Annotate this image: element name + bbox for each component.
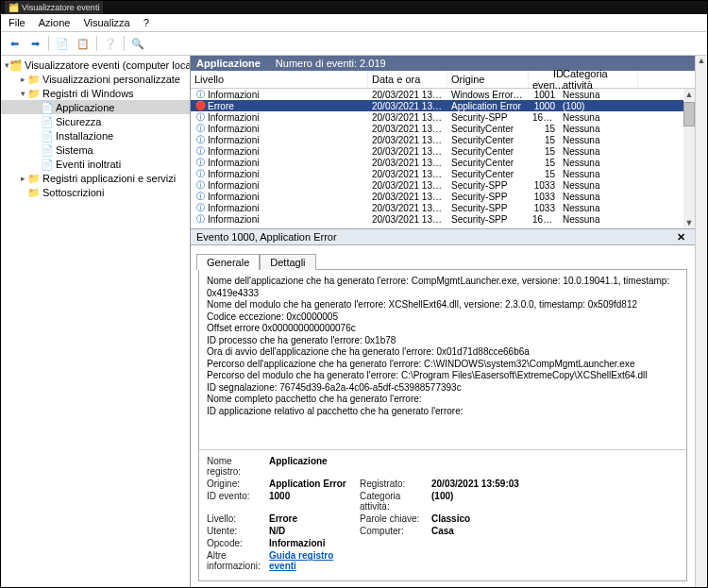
folder-icon: 📁 <box>27 187 41 198</box>
info-icon: ⓘ <box>194 168 206 179</box>
col-livello[interactable]: Livello <box>191 71 368 88</box>
col-id[interactable]: ID even... <box>529 71 559 88</box>
event-row[interactable]: ⓘInformazioni20/03/2021 13:56:24Security… <box>191 123 695 134</box>
scroll-thumb[interactable] <box>683 102 695 126</box>
filter-icon: 🔍 <box>131 38 144 50</box>
folder-icon: 📄 <box>56 38 69 50</box>
meta-nome-registro-value: Applicazione <box>269 456 354 477</box>
event-row[interactable]: ⓘInformazioni20/03/2021 13:55:58Security… <box>191 213 695 225</box>
event-list-scrollbar[interactable]: ▲ ▼ <box>683 89 695 228</box>
meta-registrato-label: Registrato: <box>360 479 426 489</box>
event-id: 15 <box>529 158 559 168</box>
detail-tabs: Generale Dettagli <box>191 245 695 269</box>
tree-item-label: Sottoscrizioni <box>42 187 104 198</box>
detail-title: Evento 1000, Application Error <box>196 231 337 243</box>
scroll-down-icon[interactable]: ▼ <box>685 217 694 228</box>
help-button[interactable]: ❔ <box>101 34 120 53</box>
event-level: Informazioni <box>208 112 259 123</box>
tree-item[interactable]: ▸📁Registri applicazioni e servizi <box>1 171 190 185</box>
list-icon: 📋 <box>76 38 90 50</box>
event-level: Informazioni <box>208 180 259 191</box>
toolbar: ⬅ ➡ 📄 📋 ❔ 🔍 <box>1 32 707 56</box>
list-button[interactable]: 📋 <box>74 34 93 53</box>
event-id: 1033 <box>529 203 559 213</box>
taskbar-tab-active[interactable]: 🗂️ Visualizzatore eventi <box>5 1 103 14</box>
log-icon: 📄 <box>41 159 54 170</box>
tree-item[interactable]: 📄Eventi inoltrati <box>1 157 190 171</box>
info-icon: ⓘ <box>194 179 206 191</box>
event-date: 20/03/2021 13:59:04 <box>368 90 447 100</box>
folder-icon: 📁 <box>27 74 41 85</box>
actions-pane-scrollbar[interactable]: ▲ <box>695 56 707 587</box>
event-date: 20/03/2021 13:55:59 <box>368 192 447 202</box>
tree-item-label: Registri di Windows <box>42 88 134 99</box>
tree-item[interactable]: 📄Applicazione <box>1 100 190 114</box>
tree-item[interactable]: ▸📁Visualizzazioni personalizzate <box>1 72 190 86</box>
event-row[interactable]: ⓘInformazioni20/03/2021 13:56:15Security… <box>191 168 695 179</box>
meta-livello-label: Livello: <box>207 513 263 524</box>
event-row[interactable]: ⓘInformazioni20/03/2021 13:56:20Security… <box>191 145 695 157</box>
browse-button[interactable]: 📄 <box>53 34 72 53</box>
list-columns: Livello Data e ora Origine ID even... Ca… <box>191 71 695 89</box>
event-list[interactable]: ⓘInformazioni20/03/2021 13:59:04Windows … <box>191 89 695 228</box>
twisty-icon[interactable]: ▸ <box>18 174 27 183</box>
event-category: Nessuna <box>559 169 638 179</box>
info-icon: ⓘ <box>194 123 206 134</box>
tab-generale[interactable]: Generale <box>196 254 260 270</box>
event-level: Informazioni <box>208 124 259 134</box>
meta-altre-value[interactable]: Guida registro eventi <box>269 550 354 571</box>
tree-root[interactable]: ▾ 🗂️ Visualizzatore eventi (computer loc… <box>1 58 190 72</box>
event-row[interactable]: ⓘInformazioni20/03/2021 13:59:04Windows … <box>191 89 695 100</box>
event-id: 15 <box>529 124 559 134</box>
event-row[interactable]: ⓘInformazioni20/03/2021 13:56:37Security… <box>191 111 695 123</box>
info-icon: ⓘ <box>194 111 206 123</box>
toolbar-separator <box>48 36 49 51</box>
scroll-up-icon[interactable]: ▲ <box>698 56 706 65</box>
event-id: 1000 <box>529 101 559 111</box>
menu-file[interactable]: File <box>3 16 31 29</box>
event-level: Informazioni <box>208 146 259 157</box>
event-row[interactable]: ⓘInformazioni20/03/2021 13:56:18Security… <box>191 157 695 168</box>
scroll-up-icon[interactable]: ▲ <box>685 89 694 100</box>
col-date[interactable]: Data e ora <box>368 71 447 88</box>
tree-item[interactable]: 📄Installazione <box>1 128 190 143</box>
event-row[interactable]: ⓘInformazioni20/03/2021 13:55:59Security… <box>191 202 695 213</box>
menu-azione[interactable]: Azione <box>33 16 76 29</box>
event-row[interactable]: ⓘInformazioni20/03/2021 13:56:00Security… <box>191 179 695 191</box>
taskbar-title: Visualizzatore eventi <box>22 3 99 12</box>
back-button[interactable]: ⬅ <box>5 34 24 53</box>
event-row[interactable]: ⓘInformazioni20/03/2021 13:55:59Security… <box>191 191 695 202</box>
event-row[interactable]: ⓘInformazioni20/03/2021 13:56:22Security… <box>191 134 695 145</box>
meta-origine-label: Origine: <box>207 479 263 489</box>
info-icon: ⓘ <box>194 89 206 100</box>
meta-categoria-label: Categoria attività: <box>360 491 426 512</box>
filter-button[interactable]: 🔍 <box>128 34 147 53</box>
meta-categoria-value: (100) <box>431 491 535 512</box>
event-id: 1001 <box>529 90 559 100</box>
list-header-count: Numero di eventi: 2.019 <box>276 58 386 69</box>
tree-item[interactable]: ▾📁Registri di Windows <box>1 86 190 100</box>
detail-close-button[interactable]: ✕ <box>673 231 689 244</box>
event-row[interactable]: 🛑Errore20/03/2021 13:59:03Application Er… <box>191 100 695 111</box>
col-cat[interactable]: Categoria attività <box>559 71 638 88</box>
nav-tree[interactable]: ▾ 🗂️ Visualizzatore eventi (computer loc… <box>1 56 191 587</box>
event-source: Security-SPP <box>447 180 529 191</box>
event-level: Informazioni <box>208 158 259 168</box>
forward-button[interactable]: ➡ <box>25 34 44 53</box>
col-source[interactable]: Origine <box>447 71 529 88</box>
event-category: Nessuna <box>559 203 638 213</box>
twisty-icon[interactable]: ▾ <box>18 89 27 98</box>
menu-visualizza[interactable]: Visualizza <box>77 16 135 29</box>
twisty-icon[interactable]: ▸ <box>18 75 27 84</box>
guida-registro-link[interactable]: Guida registro eventi <box>269 550 333 571</box>
tab-dettagli[interactable]: Dettagli <box>260 254 315 270</box>
menu-help[interactable]: ? <box>138 16 155 29</box>
event-date: 20/03/2021 13:56:37 <box>368 112 447 123</box>
tree-item[interactable]: 📄Sistema <box>1 143 190 157</box>
log-icon: 📄 <box>41 144 54 156</box>
meta-origine-value: Application Error <box>269 479 354 489</box>
arrow-left-icon: ⬅ <box>10 38 19 50</box>
tree-item[interactable]: 📁Sottoscrizioni <box>1 185 190 199</box>
tree-item[interactable]: 📄Sicurezza <box>1 114 190 128</box>
meta-opcode-value: Informazioni <box>269 538 354 548</box>
